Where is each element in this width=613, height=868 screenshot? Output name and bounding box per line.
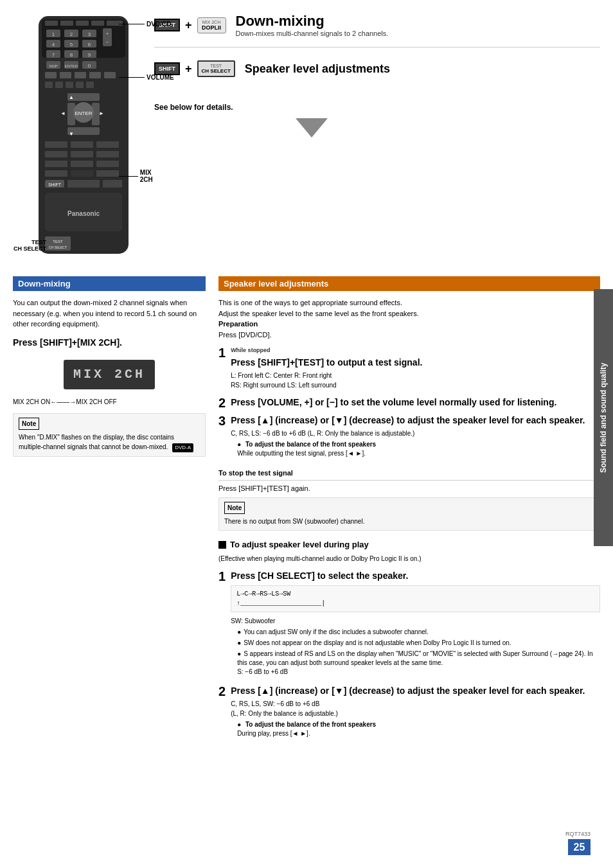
downmix-subtitle: Down-mixes multi-channel signals to 2 ch… bbox=[236, 30, 600, 37]
downmix-press-instruction: Press [SHIFT]+[MIX 2CH]. bbox=[13, 336, 206, 350]
step-3-title: Press [▲] (increase) or [▼] (decrease) t… bbox=[231, 414, 600, 426]
speaker-intro: This is one of the ways to get appropria… bbox=[218, 297, 600, 308]
svg-text:1: 1 bbox=[52, 31, 55, 37]
svg-text:6: 6 bbox=[88, 42, 91, 48]
step-1: 1 While stopped Press [SHIFT]+[TEST] to … bbox=[218, 346, 600, 390]
right-section: Speaker level adjustments This is one of… bbox=[218, 276, 600, 747]
svg-text:CH SELECT: CH SELECT bbox=[49, 245, 67, 249]
see-below-section: See below for details. bbox=[154, 103, 600, 146]
mix2ch-func-button: MIX 2CH DOPLII bbox=[197, 17, 226, 33]
svg-rect-57 bbox=[45, 151, 67, 157]
svg-rect-36 bbox=[75, 72, 86, 78]
mix2ch-label: MIX 2CH bbox=[119, 169, 159, 183]
svg-text:Panasonic: Panasonic bbox=[67, 210, 100, 217]
speaker-note-text: There is no output from SW (subwoofer) c… bbox=[224, 517, 594, 526]
speaker-text: Speaker level adjustments bbox=[245, 62, 600, 76]
step-1-tag: While stopped bbox=[231, 346, 600, 355]
left-section: Down-mixing You can output the down-mixe… bbox=[13, 276, 206, 747]
sw-label: SW: Subwoofer bbox=[231, 616, 600, 626]
speaker-header: Speaker level adjustments bbox=[218, 276, 600, 291]
step-3: 3 Press [▲] (increase) or [▼] (decrease)… bbox=[218, 414, 600, 460]
speaker-diagram: SHIFT + TEST CH SELECT Speaker level adj… bbox=[154, 60, 600, 87]
svg-text:5: 5 bbox=[70, 42, 73, 48]
step-3-num: 3 bbox=[218, 414, 226, 427]
speaker-diagram-display: L→C→R→RS→LS→SW ↑_____________________| bbox=[231, 585, 600, 612]
stop-signal-text: Press [SHIFT]+[TEST] again. bbox=[218, 483, 600, 494]
step-2-content: Press [VOLUME, +] or [−] to set the volu… bbox=[231, 396, 600, 408]
svg-text:+: + bbox=[106, 31, 109, 36]
downmixing-body: You can output the down-mixed 2 channel … bbox=[13, 297, 206, 457]
svg-rect-42 bbox=[76, 82, 84, 88]
svg-rect-60 bbox=[45, 161, 67, 167]
dvd-a-badge: DVD-A bbox=[172, 443, 193, 452]
ch-select-button: TEST CH SELECT bbox=[197, 60, 235, 77]
step-1-content: While stopped Press [SHIFT]+[TEST] to ou… bbox=[231, 346, 600, 390]
speaker-note: Note There is no output from SW (subwoof… bbox=[218, 497, 600, 531]
svg-rect-41 bbox=[66, 82, 73, 88]
step-2-num: 2 bbox=[218, 396, 226, 409]
svg-text:TEST: TEST bbox=[53, 240, 63, 244]
plus-sign-2: + bbox=[185, 62, 192, 76]
page-number: 25 bbox=[568, 839, 591, 855]
step-2: 2 Press [VOLUME, +] or [−] to set the vo… bbox=[218, 396, 600, 408]
main-content: Down-mixing You can output the down-mixe… bbox=[13, 276, 600, 747]
svg-text:▼: ▼ bbox=[69, 131, 74, 137]
play-step-1-content: Press [CH SELECT] to select the speaker.… bbox=[231, 570, 600, 678]
shift-button-2: SHIFT bbox=[154, 62, 180, 75]
svg-rect-39 bbox=[45, 82, 53, 88]
play-bullet-1: You can adjust SW only if the disc inclu… bbox=[237, 628, 600, 637]
svg-text:4: 4 bbox=[52, 42, 55, 48]
svg-rect-4 bbox=[76, 21, 89, 26]
rqt-code: RQT7433 bbox=[565, 831, 591, 837]
svg-text:ENTER: ENTER bbox=[65, 64, 78, 68]
note-title: Note bbox=[19, 418, 39, 430]
svg-rect-55 bbox=[71, 141, 93, 148]
svg-text:►: ► bbox=[99, 111, 104, 116]
svg-rect-43 bbox=[86, 82, 94, 88]
svg-rect-56 bbox=[96, 141, 119, 148]
downmix-diagram: SHIFT + MIX 2CH DOPLII Down-mixing Down-… bbox=[154, 13, 600, 48]
step-3-bullet-1: To adjust the balance of the front speak… bbox=[237, 440, 600, 458]
svg-rect-62 bbox=[96, 161, 119, 167]
play-step-2-content: Press [▲] (increase) or [▼] (decrease) t… bbox=[231, 685, 600, 740]
step-1-detail: L: Front left C: Center R: Front right R… bbox=[231, 371, 600, 390]
svg-text:9: 9 bbox=[88, 52, 91, 58]
speaker-adj-title: Speaker level adjustments bbox=[245, 62, 600, 76]
svg-text:▲: ▲ bbox=[69, 94, 74, 100]
downmixing-header: Down-mixing bbox=[13, 276, 206, 291]
svg-rect-64 bbox=[71, 170, 93, 177]
svg-text:◄: ◄ bbox=[60, 111, 66, 116]
svg-rect-37 bbox=[89, 72, 101, 78]
down-arrow bbox=[296, 118, 600, 139]
page-number-container: RQT7433 25 bbox=[565, 831, 591, 855]
step-1-num: 1 bbox=[218, 346, 226, 359]
step-1-title: Press [SHIFT]+[TEST] to output a test si… bbox=[231, 357, 600, 368]
play-step-2-num: 2 bbox=[218, 685, 226, 698]
step-3-content: Press [▲] (increase) or [▼] (decrease) t… bbox=[231, 414, 600, 460]
play-step-1-num: 1 bbox=[218, 570, 226, 583]
svg-text:ENTER: ENTER bbox=[75, 111, 92, 116]
downmix-note: Note When "D.MIX" flashes on the display… bbox=[13, 413, 206, 457]
sidebar-label: Sound field and sound quality bbox=[594, 289, 613, 546]
svg-rect-61 bbox=[71, 161, 93, 167]
see-below-text: See below for details. bbox=[154, 103, 600, 112]
svg-rect-68 bbox=[67, 180, 100, 188]
stop-signal-section: To stop the test signal Press [SHIFT]+[T… bbox=[218, 468, 600, 531]
downmix-text: Down-mixing Down-mixes multi-channel sig… bbox=[236, 13, 600, 37]
mix-display-container: MIX 2CH bbox=[13, 355, 206, 394]
svg-text:8: 8 bbox=[70, 52, 73, 58]
play-bullet-2: SW does not appear on the display and is… bbox=[237, 639, 600, 648]
speaker-note-title: Note bbox=[224, 502, 245, 514]
svg-rect-38 bbox=[104, 72, 116, 78]
preparation-label: Preparation bbox=[218, 319, 600, 330]
play-step-1: 1 Press [CH SELECT] to select the speake… bbox=[218, 570, 600, 678]
play-step-2-detail: C, RS, LS, SW: −6 dB to +6 dB (L, R: Onl… bbox=[231, 699, 600, 718]
remote-svg: 1 2 3 + − 4 5 6 bbox=[32, 13, 135, 263]
effective-note: (Effective when playing multi-channel au… bbox=[218, 554, 600, 563]
svg-text:SHIFT: SHIFT bbox=[48, 182, 62, 187]
plus-sign-1: + bbox=[185, 19, 192, 32]
svg-rect-63 bbox=[45, 170, 67, 177]
svg-rect-2 bbox=[45, 21, 58, 26]
preparation-text: Press [DVD/CD]. bbox=[218, 330, 600, 341]
svg-rect-58 bbox=[71, 151, 93, 157]
